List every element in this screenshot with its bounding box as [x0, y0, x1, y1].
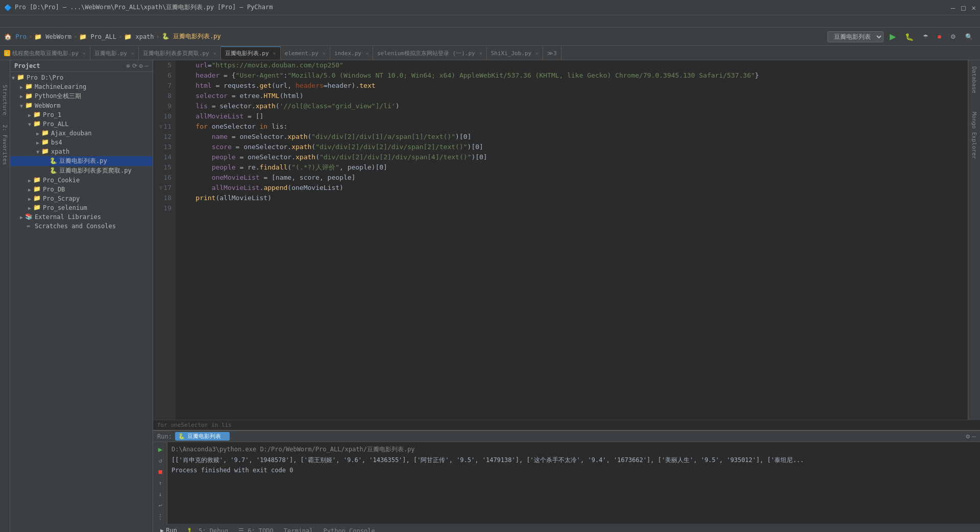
code-editor[interactable]: 5 6 7 8 9 10 ▽ 11 12 13 14 15	[153, 60, 968, 420]
tab-close[interactable]: ✕	[83, 51, 86, 56]
scratches-icon: ✏️	[24, 222, 33, 230]
run-tab-close[interactable]: ✕	[223, 433, 227, 440]
run-minimize-btn[interactable]: —	[972, 432, 976, 440]
folder-icon: 📁	[24, 83, 33, 91]
tree-item-machinelearning[interactable]: ▶ 📁 MachineLearing	[10, 82, 153, 91]
tab-close[interactable]: ✕	[479, 51, 482, 56]
run-config-dropdown[interactable]: 豆瓣电影列表	[827, 31, 884, 42]
line-num-14: 14	[155, 152, 174, 162]
tab-线程爬虫[interactable]: 🐍 线程爬虫爬取豆瓣电影.py ✕	[0, 46, 90, 60]
tab-close[interactable]: ✕	[323, 51, 326, 56]
code-line-16: oneMovieList = [name, score, people]	[180, 173, 964, 183]
project-panel: Project ⊕ ⟳ ⚙ — ▼ 📁 Pro D:\Pro ▶ 📁 Machi…	[10, 60, 153, 532]
tab-close[interactable]: ✕	[365, 51, 369, 56]
tab-multipage[interactable]: 豆瓣电影列表多页爬取.py ✕	[139, 46, 221, 60]
folder-icon: 📁	[41, 129, 49, 137]
tab-label: 豆瓣电影列表多页爬取.py	[143, 50, 209, 57]
tab-close[interactable]: ✕	[535, 51, 538, 56]
breadcrumb-file[interactable]: 🐍 豆瓣电影列表.py	[162, 32, 221, 41]
tree-item-ajax[interactable]: ▶ 📁 Ajax_douban	[10, 129, 153, 138]
breadcrumb-webworm[interactable]: 📁 WebWorm	[34, 33, 71, 40]
line-num-9: 9	[155, 101, 174, 111]
run-more-btn[interactable]: ⋮	[155, 512, 165, 522]
run-exit-message: Process finished with exit code 0	[172, 467, 976, 474]
editor-area: 5 6 7 8 9 10 ▽ 11 12 13 14 15	[153, 60, 980, 532]
settings-button[interactable]: ⚙	[947, 32, 959, 41]
breadcrumb-pro[interactable]: 🏠 Pro	[4, 33, 27, 40]
tab-close[interactable]: ✕	[213, 51, 216, 56]
project-sync-btn[interactable]: ⟳	[132, 62, 137, 69]
tree-label: Pro_DB	[43, 186, 65, 193]
tree-item-prodb[interactable]: ▶ 📁 Pro_DB	[10, 185, 153, 194]
close-button[interactable]: ✕	[972, 4, 976, 12]
code-line-10: allMovieList = []	[180, 111, 964, 122]
run-button[interactable]: ▶	[887, 31, 899, 42]
tree-item-pro[interactable]: ▼ 📁 Pro D:\Pro	[10, 73, 153, 82]
tree-item-proall[interactable]: ▼ 📁 Pro_ALL	[10, 119, 153, 129]
tree-item-bs4[interactable]: ▶ 📁 bs4	[10, 138, 153, 147]
project-collapse-btn[interactable]: —	[145, 62, 149, 69]
tree-arrow: ▶	[35, 131, 41, 136]
tab-close[interactable]: ✕	[131, 51, 134, 56]
run-stop-btn[interactable]: ■	[155, 467, 165, 477]
mongo-panel-label[interactable]: Mongo Explorer	[969, 108, 979, 163]
debug-tab[interactable]: 🐛 5: Debug	[182, 524, 233, 533]
favorites-panel-label[interactable]: 2: Favorites	[1, 120, 9, 169]
database-panel-label[interactable]: Database	[969, 62, 979, 98]
run-play-btn[interactable]: ▶	[155, 444, 165, 454]
tab-label: index.py	[334, 50, 361, 57]
project-header: Project ⊕ ⟳ ⚙ —	[10, 60, 153, 72]
breadcrumb-xpath[interactable]: 📁 xpath	[124, 33, 154, 40]
code-line-9: lis = selector.xpath('//ol[@class="grid_…	[180, 101, 964, 111]
maximize-button[interactable]: □	[961, 4, 965, 12]
tree-arrow: ▼	[35, 149, 41, 155]
tree-item-python3[interactable]: ▶ 📁 Python全栈三期	[10, 91, 153, 101]
run-stop-rerun-btn[interactable]: ↺	[155, 455, 165, 466]
tree-item-xpath[interactable]: ▼ 📁 xpath	[10, 147, 153, 156]
stop-button[interactable]: ■	[935, 32, 944, 41]
terminal-tab[interactable]: Terminal	[279, 524, 318, 533]
tab-close[interactable]: ✕	[273, 51, 276, 56]
tree-item-movielist-py[interactable]: 🐍 豆瓣电影列表.py	[10, 156, 153, 166]
tab-shixijob[interactable]: ShiXi_Job.py ✕	[487, 46, 544, 60]
tab-more[interactable]: ≫3	[543, 46, 561, 60]
minimize-button[interactable]: —	[951, 4, 955, 12]
python-console-tab[interactable]: Python Console	[318, 524, 380, 533]
run-scroll-down-btn[interactable]: ↓	[155, 489, 165, 499]
tree-item-prosel[interactable]: ▶ 📁 Pro_selenium	[10, 203, 153, 212]
code-lines[interactable]: url="https://movie.douban.com/top250" he…	[176, 60, 968, 420]
todo-tab[interactable]: ☰ 6: TODO	[233, 524, 279, 533]
tab-index[interactable]: index.py ✕	[330, 46, 373, 60]
line-num-16: 16	[155, 173, 174, 183]
tree-item-procookie[interactable]: ▶ 📁 Pro_Cookie	[10, 176, 153, 185]
folder-icon: 📁	[41, 138, 49, 147]
code-line-18: print(allMovieList)	[180, 193, 964, 203]
tree-label: Pro D:\Pro	[27, 74, 63, 81]
project-add-btn[interactable]: ⊕	[126, 62, 130, 69]
tab-selenium[interactable]: selenium模拟京东网站登录 (一).py ✕	[373, 46, 487, 60]
tree-arrow: ▶	[27, 205, 33, 211]
tree-item-movielist-multi[interactable]: 🐍 豆瓣电影列表多页爬取.py	[10, 166, 153, 176]
structure-panel-label[interactable]: Structure	[1, 81, 9, 119]
tree-item-scratches[interactable]: ✏️ Scratches and Consoles	[10, 222, 153, 231]
tab-douban[interactable]: 豆瓣电影.py ✕	[90, 46, 139, 60]
tree-arrow: ▶	[27, 196, 33, 202]
tree-arrow: ▼	[18, 103, 24, 109]
run-tab-active[interactable]: 🐍 豆瓣电影列表 ✕	[175, 432, 230, 441]
tab-element[interactable]: element.py ✕	[281, 46, 330, 60]
project-gear-btn[interactable]: ⚙	[139, 62, 143, 69]
tree-item-pro1[interactable]: ▶ 📁 Pro_1	[10, 110, 153, 119]
tree-item-prosapy[interactable]: ▶ 📁 Pro_Scrapy	[10, 194, 153, 203]
coverage-button[interactable]: ☂	[920, 32, 932, 41]
tree-item-webworm[interactable]: ▼ 📁 WebWorm	[10, 101, 153, 110]
tree-item-extlib[interactable]: ▶ 📚 External Libraries	[10, 212, 153, 222]
run-scroll-up-btn[interactable]: ↑	[155, 478, 165, 488]
breadcrumb-proall[interactable]: 📁 Pro_ALL	[79, 33, 116, 40]
run-tab[interactable]: ▶ Run	[155, 524, 182, 533]
tree-label: bs4	[51, 139, 62, 146]
run-wrap-btn[interactable]: ↩	[155, 500, 165, 511]
search-button[interactable]: 🔍	[962, 32, 976, 41]
debug-button[interactable]: 🐛	[902, 32, 917, 42]
run-settings-btn[interactable]: ⚙	[966, 432, 970, 440]
tab-movielist[interactable]: 豆瓣电影列表.py ✕	[221, 46, 281, 60]
